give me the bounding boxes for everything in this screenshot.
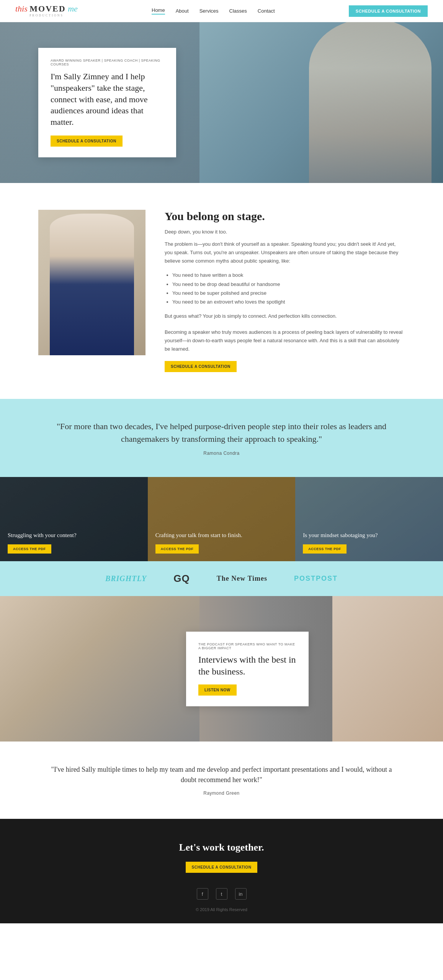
about-photo [38,210,145,355]
list-item: You need to be drop dead beautiful or ha… [172,280,405,289]
social-icons: f t in [15,888,428,900]
about-myths-list: You need to have written a book You need… [165,271,405,307]
quote-section: "For more than two decades, I've helped … [0,399,443,477]
nav-links: Home About Services Classes Contact [152,7,275,15]
resource-title-2: Crafting your talk from start to finish. [155,532,288,539]
testimonial-section: "I've hired Sally multiple times to help… [0,742,443,819]
about-section: You belong on stage. Deep down, you know… [0,183,443,399]
resources-section: Struggling with your content? ACCESS THE… [0,477,443,561]
resource-content-2: Crafting your talk from start to finish.… [155,532,288,554]
footer-cta-title: Let's work together. [15,842,428,853]
hero-person-image [309,22,432,183]
logo-brightly: BRIGHTLY [105,574,147,583]
nav-schedule-button[interactable]: SCHEDULE A CONSULTATION [349,5,428,17]
logo-postpost: POSTPOST [294,575,338,583]
nav-classes[interactable]: Classes [229,8,247,14]
resource-title-3: Is your mindset sabotaging you? [303,532,435,539]
list-item: You need to be an extrovert who loves th… [172,297,405,306]
hero-card: AWARD WINNING SPEAKER | SPEAKING COACH |… [38,48,176,157]
hero-section: AWARD WINNING SPEAKER | SPEAKING COACH |… [0,22,443,183]
hero-photo [199,22,443,183]
testimonial-author: Raymond Green [46,791,397,796]
about-cta-button[interactable]: SCHEDULE A CONSULTATION [165,361,237,372]
resource-card-3: Is your mindset sabotaging you? ACCESS T… [295,477,443,561]
nav-home[interactable]: Home [152,7,165,15]
about-subtitle: Deep down, you know it too. [165,229,405,235]
logo-moved: MOVED [29,4,65,13]
podcast-title: Interviews with the best in the business… [198,654,296,678]
resource-content-1: Struggling with your content? ACCESS THE… [8,532,140,554]
hero-award-text: AWARD WINNING SPEAKER | SPEAKING COACH |… [51,59,164,66]
logo-me: me [68,4,78,13]
testimonial-text: "I've hired Sally multiple times to help… [46,764,397,785]
logo-gq: GQ [173,573,190,585]
resource-card-1: Struggling with your content? ACCESS THE… [0,477,148,561]
footer-cta-button[interactable]: SCHEDULE A CONSULTATION [186,862,258,873]
site-logo[interactable]: this MOVED me PRODUCTIONS [15,5,78,17]
about-body3: Becoming a speaker who truly moves audie… [165,328,405,353]
twitter-icon[interactable]: t [216,888,227,900]
about-body2: But guess what? Your job is simply to co… [165,312,405,320]
podcast-cta-button[interactable]: LISTEN NOW [198,684,237,696]
quote-text: "For more than two decades, I've helped … [46,420,397,445]
about-person-image [50,214,134,355]
list-item: You need to be super polished and precis… [172,289,405,297]
resource-title-1: Struggling with your content? [8,532,140,539]
cta-footer: Let's work together. SCHEDULE A CONSULTA… [0,819,443,923]
podcast-bg-right [332,596,443,742]
navbar: this MOVED me PRODUCTIONS Home About Ser… [0,0,443,22]
quote-author: Ramona Condra [46,451,397,456]
nav-about[interactable]: About [176,8,189,14]
hero-cta-button[interactable]: SCHEDULE A CONSULTATION [51,136,123,147]
podcast-card: THE PODCAST FOR SPEAKERS WHO WANT TO MAK… [186,632,309,706]
podcast-person-image [0,596,199,742]
logo-this: this [15,4,28,13]
about-title: You belong on stage. [165,210,405,223]
about-body1: The problem is—you don't think of yourse… [165,240,405,265]
footer-copyright: © 2019 All Rights Reserved [15,907,428,912]
logo-sub: PRODUCTIONS [29,14,64,17]
resource-cta-1[interactable]: ACCESS THE PDF [8,544,51,554]
podcast-section: THE PODCAST FOR SPEAKERS WHO WANT TO MAK… [0,596,443,742]
facebook-icon[interactable]: f [197,888,208,900]
resource-content-3: Is your mindset sabotaging you? ACCESS T… [303,532,435,554]
logos-section: BRIGHTLY GQ The New Times POSTPOST [0,561,443,596]
hero-headline: I'm Sally Zimney and I help "unspeakers"… [51,71,164,127]
nav-services[interactable]: Services [199,8,219,14]
linkedin-icon[interactable]: in [235,888,247,900]
list-item: You need to have written a book [172,271,405,279]
resource-card-2: Crafting your talk from start to finish.… [148,477,296,561]
resource-cta-2[interactable]: ACCESS THE PDF [155,544,199,554]
logo-newtimes: The New Times [217,575,267,583]
resource-cta-3[interactable]: ACCESS THE PDF [303,544,347,554]
about-text: You belong on stage. Deep down, you know… [165,210,405,372]
nav-contact[interactable]: Contact [258,8,275,14]
podcast-label: THE PODCAST FOR SPEAKERS WHO WANT TO MAK… [198,642,296,650]
